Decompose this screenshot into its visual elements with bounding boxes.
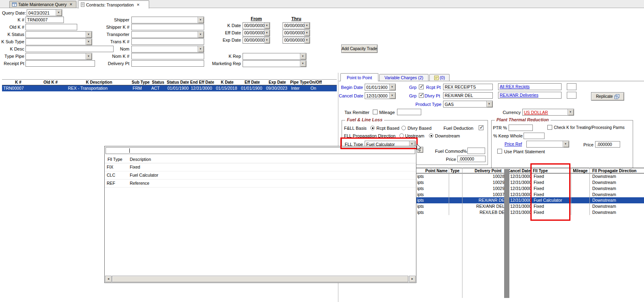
chevron-down-icon[interactable] — [304, 30, 310, 36]
col-header[interactable]: Status Date — [166, 80, 190, 85]
col-header[interactable]: Old K # — [34, 80, 67, 85]
k-date-from-select[interactable]: 00/00/0000 — [243, 22, 270, 29]
chevron-down-icon[interactable] — [86, 32, 92, 38]
ptr-price-input[interactable]: .000000 — [595, 141, 620, 148]
tab-notes[interactable]: (0) — [429, 74, 450, 81]
k-sub-type-select[interactable] — [25, 38, 92, 45]
chevron-down-icon[interactable] — [198, 32, 204, 38]
chevron-down-icon[interactable] — [486, 101, 492, 107]
contracts-grid-row-selected[interactable]: TRN00007 REX - Transportation FRM ACT 01… — [2, 85, 337, 91]
col-header[interactable]: On/Off — [309, 80, 322, 85]
chevron-down-icon[interactable] — [304, 23, 310, 29]
price-ref-select[interactable] — [526, 141, 569, 148]
keep-whole-input[interactable] — [524, 133, 545, 139]
col-header[interactable]: Pipe Type — [290, 80, 309, 85]
col-header[interactable]: Status — [150, 80, 166, 85]
currency-select[interactable]: US DOLLAR — [522, 109, 574, 116]
chevron-down-icon[interactable] — [56, 10, 62, 16]
exp-date-from-select[interactable]: 00/00/0000 — [243, 37, 270, 44]
chevron-down-icon[interactable] — [264, 37, 270, 43]
k-status-select[interactable] — [25, 31, 92, 38]
query-date-select[interactable]: 04/23/2021 — [27, 9, 62, 16]
grp-rcpt-checkbox[interactable] — [419, 84, 424, 89]
col-header[interactable]: Fll Type — [533, 169, 548, 173]
col-header[interactable]: Type — [450, 169, 460, 173]
upstream-radio[interactable] — [399, 133, 404, 138]
grp-dlvry-checkbox[interactable] — [419, 93, 424, 98]
chevron-down-icon[interactable] — [198, 17, 204, 23]
list-item[interactable]: FIX Fixed — [105, 163, 416, 171]
tab-contracts-transportation[interactable]: Contracts: Transportation — [78, 0, 149, 8]
delivery-pt-input[interactable] — [131, 60, 204, 67]
chevron-down-icon[interactable] — [389, 93, 395, 99]
close-icon[interactable] — [137, 3, 140, 7]
begin-date-select[interactable]: 01/01/1900 — [365, 84, 396, 91]
horizontal-scrollbar[interactable] — [105, 276, 416, 282]
chevron-down-icon[interactable] — [300, 61, 306, 67]
downstream-radio[interactable] — [429, 133, 433, 138]
k-num-input[interactable]: TRN00007 — [25, 17, 64, 23]
col-header[interactable]: Exp Date — [265, 80, 290, 85]
dlvry-pt-input[interactable]: REX/ANR DEL — [443, 92, 493, 99]
col-header[interactable]: K # — [2, 80, 34, 85]
col-header[interactable]: K Date — [215, 80, 240, 85]
k-rep-select[interactable] — [243, 53, 306, 60]
replicate-button[interactable]: Replicate — [591, 92, 624, 101]
transporter-select[interactable] — [131, 31, 204, 38]
col-header[interactable]: Delivery Point — [475, 169, 502, 173]
chevron-down-icon[interactable] — [198, 46, 204, 52]
list-item[interactable]: CLC Fuel Calculator — [105, 171, 416, 180]
tab-variable-charges[interactable]: Variable Charges (2) — [379, 74, 429, 81]
chevron-down-icon[interactable] — [563, 141, 569, 147]
col-header[interactable]: Mileage — [573, 169, 588, 173]
rcpt-pt-group-link[interactable]: All REX Recipts — [500, 84, 530, 89]
chevron-down-icon[interactable] — [304, 37, 310, 43]
price-ref-link[interactable]: Price Ref — [505, 141, 522, 146]
receipt-pt-input[interactable] — [25, 60, 95, 67]
add-capacity-trade-button[interactable]: Add Capacity Trade — [341, 44, 378, 53]
tab-point-to-point[interactable]: Point to Point — [340, 73, 378, 81]
exp-date-thru-select[interactable]: 00/00/0000 — [283, 37, 310, 44]
col-header[interactable]: Eff Date — [240, 80, 265, 85]
tab-table-maintenance-query[interactable]: Table Maintenance Query — [9, 1, 76, 8]
dlvry-based-radio[interactable] — [401, 126, 406, 130]
vertical-splitter[interactable] — [504, 169, 509, 298]
rcpt-pt-aux-input[interactable] — [567, 83, 576, 90]
old-k-input[interactable] — [25, 24, 77, 30]
rcpt-pt-group-box[interactable]: All REX Recipts — [498, 83, 562, 90]
type-pipe-select[interactable] — [25, 53, 92, 60]
product-type-select[interactable]: GAS — [443, 101, 493, 108]
shipper-select[interactable] — [131, 17, 204, 23]
chevron-down-icon[interactable] — [264, 30, 270, 36]
col-header[interactable]: K Description — [67, 80, 131, 85]
col-header[interactable]: Point Name — [425, 169, 448, 173]
scrollbar-thumb[interactable] — [112, 276, 408, 282]
tax-remitter-checkbox[interactable] — [373, 110, 378, 114]
fuel-deduction-checkbox[interactable] — [479, 125, 484, 130]
close-icon[interactable] — [70, 2, 73, 6]
arrow-right-icon[interactable] — [409, 276, 416, 282]
col-header[interactable]: Fll Propagate Direction — [592, 169, 636, 173]
rcpt-pt-input[interactable]: REX RECEIPTS — [443, 84, 493, 90]
mileage-input[interactable] — [397, 109, 421, 115]
check-k-checkbox[interactable] — [547, 125, 552, 130]
fuel-commod-input[interactable] — [467, 148, 485, 154]
chevron-down-icon[interactable] — [86, 39, 92, 45]
chevron-down-icon[interactable] — [86, 53, 92, 59]
rcpt-based-radio[interactable] — [370, 126, 375, 130]
dlvry-pt-group-box[interactable]: REX/ANR Deliveries — [498, 92, 562, 99]
col-header[interactable]: Sub Type — [131, 80, 150, 85]
shipper-k-input[interactable] — [131, 24, 204, 30]
col-header[interactable]: Cancel Date — [507, 169, 530, 173]
marketing-rep-select[interactable] — [243, 60, 306, 67]
nom-select[interactable] — [131, 46, 204, 53]
dlvry-pt-group-link[interactable]: REX/ANR Deliveries — [500, 93, 538, 97]
eff-date-from-select[interactable]: 00/00/0000 — [243, 30, 270, 36]
chevron-down-icon[interactable] — [264, 23, 270, 29]
eff-date-thru-select[interactable]: 00/00/0000 — [283, 30, 310, 36]
chevron-down-icon[interactable] — [568, 109, 574, 115]
popup-filter-input[interactable] — [106, 147, 415, 154]
col-header[interactable]: End Eff Date — [190, 80, 215, 85]
chevron-down-icon[interactable] — [300, 53, 306, 59]
arrow-left-icon[interactable] — [105, 276, 112, 282]
